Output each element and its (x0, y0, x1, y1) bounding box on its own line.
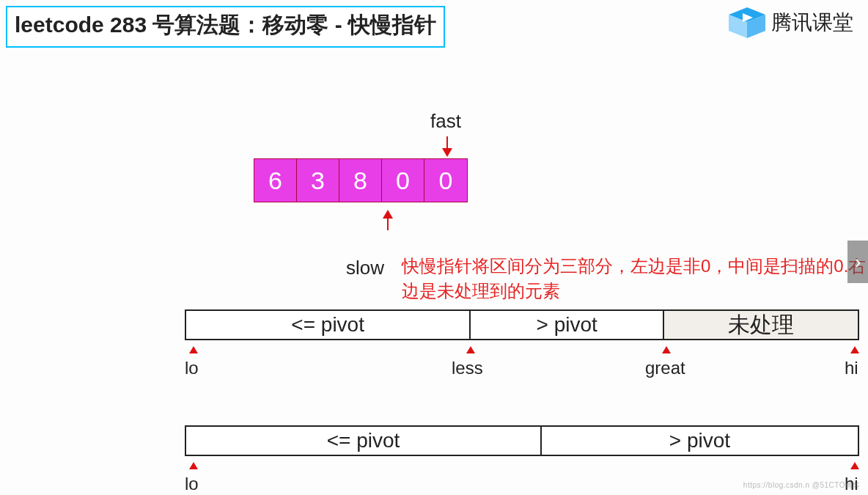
array-cell: 0 (382, 159, 424, 202)
segment-le-pivot: <= pivot (186, 427, 542, 455)
arrow-down-icon (442, 148, 452, 157)
partition-bar-2: <= pivot > pivot (185, 425, 859, 456)
array-cell: 6 (254, 159, 297, 202)
arrow-up-icon (850, 346, 859, 353)
label-less: less (452, 358, 483, 378)
play-cube-icon (729, 7, 765, 38)
page-title: leetcode 283 号算法题：移动零 - 快慢指针 (6, 6, 445, 48)
array-cell: 0 (424, 159, 467, 202)
label-hi: hi (845, 358, 858, 378)
label-great: great (645, 358, 685, 378)
arrow-up-icon (662, 346, 671, 353)
arrow-up-icon (383, 210, 393, 219)
brand-text: 腾讯课堂 (771, 9, 853, 37)
annotation-text: 快慢指针将区间分为三部分，左边是非0，中间是扫描的0.右边是未处理到的元素 (402, 254, 868, 303)
watermark-text: https://blog.csdn.n @51CTO博客 (743, 480, 861, 491)
slow-pointer-label: slow (328, 257, 402, 279)
brand-logo: 腾讯课堂 (729, 7, 853, 38)
label-lo: lo (185, 474, 199, 494)
segment-gt-pivot: > pivot (542, 427, 858, 455)
segment-le-pivot: <= pivot (186, 311, 471, 339)
next-slide-button[interactable]: › (847, 241, 868, 283)
partition-bar-1: <= pivot > pivot 未处理 (185, 309, 859, 340)
arrow-up-icon (189, 462, 198, 469)
array-cell: 3 (297, 159, 339, 202)
arrow-up-icon (189, 346, 198, 353)
array-visual: 6 3 8 0 0 (254, 158, 468, 202)
segment-unprocessed: 未处理 (664, 311, 858, 339)
chevron-right-icon: › (855, 251, 861, 274)
arrow-up-icon (850, 462, 859, 469)
fast-pointer-label: fast (409, 110, 482, 133)
array-cell: 8 (339, 159, 382, 202)
label-lo: lo (185, 358, 199, 378)
arrow-up-icon (466, 346, 475, 353)
segment-gt-pivot: > pivot (471, 311, 664, 339)
